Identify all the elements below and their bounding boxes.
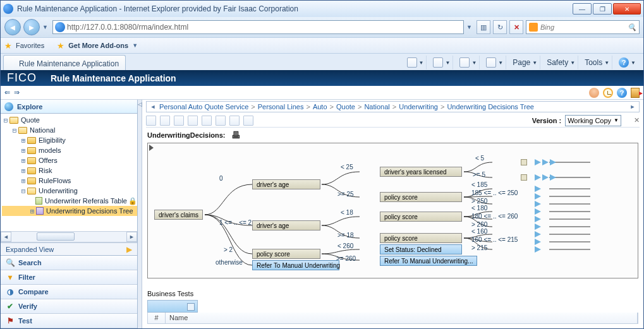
version-select[interactable]: Working Copy▼ xyxy=(565,115,621,126)
node-age-1[interactable]: driver's age xyxy=(252,220,320,230)
page-menu[interactable]: Page▼ xyxy=(510,56,540,69)
star-icon[interactable]: ★ xyxy=(4,41,12,51)
decision-canvas[interactable]: driver's claims 0 1 <= .. <= 2 > 2 other… xyxy=(147,143,638,278)
hscroll-right[interactable]: ► xyxy=(126,232,137,242)
leaf-action[interactable] xyxy=(550,174,556,181)
breadcrumb-item[interactable]: Personal Auto Quote Service xyxy=(159,103,248,111)
leaf-action[interactable] xyxy=(542,159,549,165)
business-tests-tab[interactable] xyxy=(147,300,198,313)
tree-node-uw-tree[interactable]: ⊞Underwriting Decisions Tree xyxy=(2,206,137,216)
leaf-end[interactable] xyxy=(521,159,527,165)
node-policy-c[interactable]: policy score xyxy=(380,233,462,243)
leaf-action[interactable] xyxy=(535,201,541,207)
go-fwd-icon[interactable]: ⇒ xyxy=(14,88,20,97)
tb-wand-icon[interactable] xyxy=(188,116,198,126)
print-button[interactable]: ▼ xyxy=(483,56,506,69)
section-print-icon[interactable]: 🖶 xyxy=(231,130,241,140)
bc-scroll-right[interactable]: ► xyxy=(629,104,636,110)
search-box[interactable]: Bing 🔍 xyxy=(526,20,640,34)
hscroll-left[interactable]: ◄ xyxy=(1,232,11,242)
tb-print-icon[interactable] xyxy=(243,116,253,126)
home-button[interactable]: ▼ xyxy=(404,56,427,69)
clock-icon[interactable] xyxy=(603,88,613,98)
tb-saveall-icon[interactable] xyxy=(174,116,184,126)
tb-open-icon[interactable] xyxy=(146,116,156,126)
node-declined[interactable]: Set Status: Declined xyxy=(380,244,462,254)
breadcrumb-item[interactable]: National xyxy=(364,103,389,111)
close-button[interactable]: ✕ xyxy=(613,3,641,15)
leaf-action[interactable] xyxy=(535,193,541,200)
leaf-action[interactable] xyxy=(535,224,541,230)
breadcrumb-item[interactable]: Underwriting xyxy=(399,103,438,111)
col-name[interactable]: Name xyxy=(166,313,638,323)
tools-menu[interactable]: Tools▼ xyxy=(582,56,612,69)
leaf-end[interactable] xyxy=(521,174,527,181)
help-menu[interactable]: ?▼ xyxy=(616,56,638,69)
tree-node-risk[interactable]: ⊞Risk xyxy=(2,165,137,176)
accordion-compare[interactable]: ◑Compare xyxy=(1,285,137,299)
expanded-view-toggle[interactable]: Expanded View ▶ xyxy=(1,242,137,255)
leaf-action[interactable] xyxy=(535,239,541,245)
tree-node-eligibility[interactable]: ⊞Eligibility xyxy=(2,135,137,145)
url-dropdown[interactable]: ▼ xyxy=(466,24,474,30)
search-go-icon[interactable]: 🔍 xyxy=(628,23,636,32)
tree-node-ruleflows[interactable]: ⊞RuleFlows xyxy=(2,176,137,186)
favorites-label[interactable]: Favorites xyxy=(16,42,44,49)
node-years[interactable]: driver's years licensed xyxy=(380,167,462,177)
page-tab[interactable]: Rule Maintenance Application xyxy=(3,55,126,70)
tree-node-models[interactable]: ⊞models xyxy=(2,145,137,155)
leaf-action[interactable] xyxy=(535,231,541,237)
col-number[interactable]: # xyxy=(148,313,166,323)
tree-node-uw-referrals[interactable]: Underwriter Referals Table🔒 xyxy=(2,196,137,206)
safety-menu[interactable]: Safety▼ xyxy=(544,56,578,69)
close-editor-icon[interactable]: ✕ xyxy=(634,116,640,124)
tree-node-underwriting[interactable]: ⊟Underwriting xyxy=(2,186,137,196)
tree-node-offers[interactable]: ⊞Offers xyxy=(2,155,137,165)
forward-button[interactable]: ► xyxy=(23,19,40,35)
address-bar[interactable] xyxy=(52,20,464,34)
history-dropdown[interactable]: ▼ xyxy=(42,24,50,30)
hscroll-thumb[interactable] xyxy=(37,232,75,241)
hscroll-track[interactable] xyxy=(11,232,126,242)
feeds-button[interactable]: ▼ xyxy=(430,56,453,69)
logout-icon[interactable] xyxy=(631,88,640,98)
addons-link[interactable]: Get More Add-ons xyxy=(68,42,128,49)
node-age-0[interactable]: driver's age xyxy=(252,179,320,189)
node-refer-ell[interactable]: Refer To Manual Underwriting... xyxy=(380,256,477,266)
leaf-action[interactable] xyxy=(542,174,549,181)
tb-save-icon[interactable] xyxy=(160,116,170,126)
back-button[interactable]: ◄ xyxy=(4,19,21,35)
leaf-action[interactable] xyxy=(535,208,541,215)
addons-dropdown[interactable]: ▼ xyxy=(132,42,140,49)
accordion-search[interactable]: 🔍Search xyxy=(1,256,137,270)
node-policy-b[interactable]: policy score xyxy=(380,212,462,222)
leaf-action[interactable] xyxy=(535,159,541,165)
refresh-button[interactable]: ↻ xyxy=(493,20,507,34)
leaf-action[interactable] xyxy=(535,216,541,222)
maximize-button[interactable]: ❐ xyxy=(593,3,612,15)
go-back-icon[interactable]: ⇐ xyxy=(4,88,10,97)
leaf-action[interactable] xyxy=(535,186,541,192)
node-policy-a[interactable]: policy score xyxy=(380,192,462,202)
node-refer-oth[interactable]: Refer To Manual Underwriting xyxy=(252,260,339,270)
leaf-action[interactable] xyxy=(550,159,556,165)
compat-button[interactable]: ▥ xyxy=(477,20,490,34)
leaf-action[interactable] xyxy=(535,246,541,253)
tb-step-icon[interactable] xyxy=(202,116,212,126)
accordion-test[interactable]: ⚑Test xyxy=(1,314,137,328)
tree-node-national[interactable]: ⊟National xyxy=(2,125,137,135)
app-help-icon[interactable]: ? xyxy=(617,88,627,98)
url-input[interactable] xyxy=(67,23,463,32)
user-icon[interactable] xyxy=(589,88,599,98)
sidebar-header-explore[interactable]: Explore xyxy=(1,100,137,114)
accordion-filter[interactable]: ▾Filter xyxy=(1,270,137,285)
breadcrumb-item[interactable]: Quote xyxy=(336,103,355,111)
tb-up-icon[interactable] xyxy=(229,116,240,126)
tree-hscroll[interactable]: ◄ ► xyxy=(1,231,137,242)
accordion-verify[interactable]: ✔Verify xyxy=(1,299,137,314)
breadcrumb-item[interactable]: Auto xyxy=(313,103,327,111)
bc-scroll-left[interactable]: ◄ xyxy=(149,104,157,110)
minimize-button[interactable]: — xyxy=(573,3,592,15)
leaf-action[interactable] xyxy=(535,174,541,181)
node-root[interactable]: driver's claims xyxy=(154,210,203,220)
